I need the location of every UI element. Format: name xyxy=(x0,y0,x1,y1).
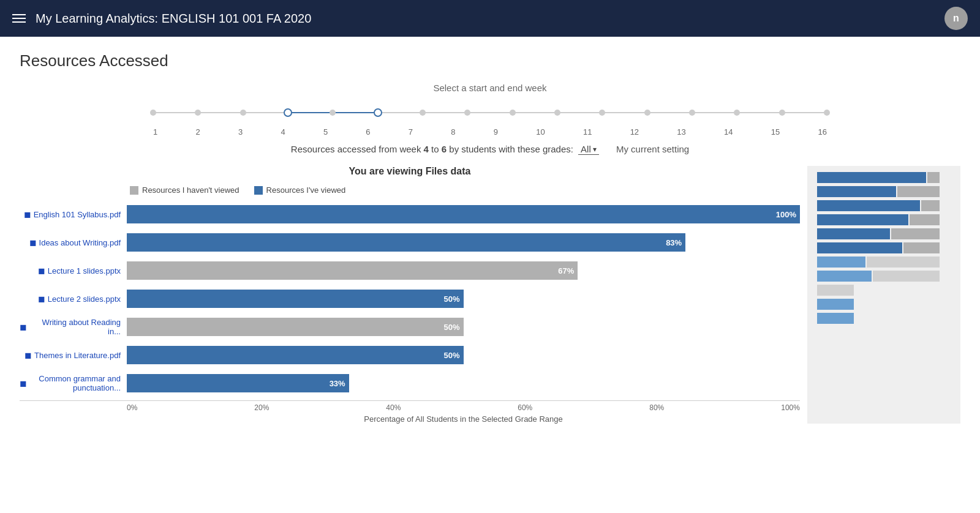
grade-dropdown[interactable]: All ▾ xyxy=(578,144,599,155)
slider-dot-7[interactable] xyxy=(420,110,426,116)
slider-dot-14[interactable] xyxy=(734,110,740,116)
file-icon: ◼ xyxy=(38,294,45,304)
filter-suffix: by students with these grades: xyxy=(449,144,573,154)
filter-start-week: 4 xyxy=(424,144,429,154)
mini-bar-container xyxy=(817,214,940,225)
legend-not-viewed-label: Resources I haven't viewed xyxy=(142,185,239,195)
page-title: Resources Accessed xyxy=(20,51,960,70)
mini-bar-container xyxy=(817,242,940,253)
mini-bar-container xyxy=(817,228,940,239)
mini-chart-row xyxy=(817,256,954,268)
week-num-12: 12 xyxy=(630,127,639,137)
mini-chart-row xyxy=(817,299,954,310)
mini-bar-container xyxy=(817,313,940,324)
mini-bar-gray xyxy=(927,172,940,183)
x-label-60: 60% xyxy=(518,403,532,412)
legend-not-viewed: Resources I haven't viewed xyxy=(130,185,239,195)
bar-area: 67% xyxy=(127,261,800,280)
mini-chart-row xyxy=(817,285,954,296)
slider-dot-4[interactable] xyxy=(284,108,292,117)
slider-dot-5[interactable] xyxy=(330,110,336,116)
mini-bar-gray xyxy=(903,242,940,253)
chart-row: ◼Lecture 1 slides.pptx67% xyxy=(20,260,800,282)
row-label[interactable]: ◼Common grammar and punctuation... xyxy=(20,374,127,392)
file-icon: ◼ xyxy=(38,266,45,275)
slider-dot-11[interactable] xyxy=(599,110,605,116)
row-label[interactable]: ◼Ideas about Writing.pdf xyxy=(20,238,127,247)
main-content: Resources Accessed Select a start and en… xyxy=(0,37,980,513)
row-label[interactable]: ◼English 101 Syllabus.pdf xyxy=(20,209,127,219)
bar-area: 50% xyxy=(127,290,800,308)
avatar[interactable]: n xyxy=(944,7,968,30)
slider-dot-16[interactable] xyxy=(824,110,830,116)
mini-bar-container xyxy=(817,256,940,268)
week-slider[interactable] xyxy=(153,100,827,125)
x-label-40: 40% xyxy=(386,403,401,412)
week-num-7: 7 xyxy=(409,127,413,137)
menu-icon[interactable] xyxy=(12,14,26,23)
bar-fill: 50% xyxy=(127,290,464,308)
row-label[interactable]: ◼Writing about Reading in... xyxy=(20,318,127,336)
week-num-15: 15 xyxy=(771,127,780,137)
x-label-80: 80% xyxy=(649,403,664,412)
chart-row: ◼Common grammar and punctuation...33% xyxy=(20,372,800,394)
chart-row: ◼Lecture 2 slides.pptx50% xyxy=(20,288,800,310)
week-num-4: 4 xyxy=(281,127,285,137)
mini-bar-container xyxy=(817,172,940,183)
filter-prefix: Resources accessed from week xyxy=(291,144,421,154)
slider-dot-1[interactable] xyxy=(150,110,156,116)
mini-bar-container xyxy=(817,186,940,197)
slider-dot-15[interactable] xyxy=(779,110,785,116)
legend-swatch-gray xyxy=(130,186,138,195)
week-slider-section: Select a start and end week xyxy=(20,83,960,137)
row-label[interactable]: ◼Themes in Literature.pdf xyxy=(20,350,127,360)
x-label-20: 20% xyxy=(254,403,269,412)
chart-bars: ◼English 101 Syllabus.pdf100%◼Ideas abou… xyxy=(20,203,800,394)
mini-bar-blue xyxy=(817,228,890,239)
mini-bar-gray xyxy=(897,186,940,197)
bar-fill: 50% xyxy=(127,318,464,336)
slider-dot-6[interactable] xyxy=(374,108,382,117)
mini-bar-lightgray xyxy=(873,271,940,282)
file-icon: ◼ xyxy=(20,322,27,332)
week-num-13: 13 xyxy=(677,127,685,137)
mini-bar-gray xyxy=(910,214,940,225)
mini-bar-gray xyxy=(891,228,940,239)
mini-bar-lightblue xyxy=(817,271,872,282)
week-num-3: 3 xyxy=(238,127,243,137)
mini-bar-blue xyxy=(817,242,902,253)
mini-bar-lightblue xyxy=(817,299,854,310)
bar-fill: 50% xyxy=(127,346,464,364)
slider-track xyxy=(153,112,827,113)
slider-dot-3[interactable] xyxy=(240,110,246,116)
mini-chart-row xyxy=(817,228,954,239)
bar-fill: 100% xyxy=(127,205,800,223)
slider-dot-2[interactable] xyxy=(195,110,201,116)
legend-swatch-blue xyxy=(254,186,263,195)
mini-bar-blue xyxy=(817,200,920,211)
week-num-9: 9 xyxy=(494,127,498,137)
x-axis-title: Percentage of All Students in the Select… xyxy=(20,414,800,424)
app-header: My Learning Analytics: ENGLISH 101 001 F… xyxy=(0,0,980,37)
chart-legend: Resources I haven't viewed Resources I'v… xyxy=(20,185,800,195)
slider-dot-9[interactable] xyxy=(510,110,516,116)
file-icon: ◼ xyxy=(24,350,32,360)
row-label[interactable]: ◼Lecture 2 slides.pptx xyxy=(20,294,127,304)
row-label[interactable]: ◼Lecture 1 slides.pptx xyxy=(20,266,127,275)
mini-bar-blue xyxy=(817,172,926,183)
mini-chart-row xyxy=(817,313,954,324)
filter-to: to xyxy=(431,144,439,154)
mini-bar-gray xyxy=(921,200,940,211)
x-label-100: 100% xyxy=(781,403,800,412)
mini-bar-lightblue xyxy=(817,313,854,324)
slider-dot-12[interactable] xyxy=(644,110,650,116)
slider-dot-10[interactable] xyxy=(554,110,560,116)
bar-area: 83% xyxy=(127,233,800,252)
slider-dot-8[interactable] xyxy=(464,110,470,116)
week-num-14: 14 xyxy=(724,127,733,137)
chart-row: ◼Writing about Reading in...50% xyxy=(20,316,800,338)
week-num-11: 11 xyxy=(583,127,592,137)
legend-viewed-label: Resources I've viewed xyxy=(266,185,346,195)
slider-numbers: 1 2 3 4 5 6 7 8 9 10 11 12 13 14 15 16 xyxy=(153,127,827,137)
slider-dot-13[interactable] xyxy=(689,110,695,116)
